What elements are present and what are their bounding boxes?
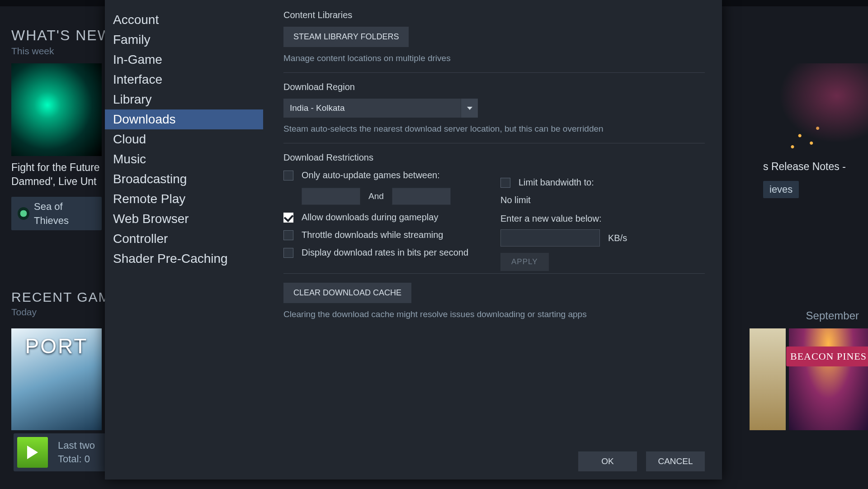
chevron-down-icon bbox=[467, 107, 472, 110]
skull-icon bbox=[18, 207, 29, 220]
bits-label: Display download rates in bits per secon… bbox=[302, 247, 468, 258]
sidebar-item-family[interactable]: Family bbox=[105, 30, 263, 50]
content-libraries-heading: Content Libraries bbox=[283, 10, 705, 20]
sidebar-item-library[interactable]: Library bbox=[105, 90, 263, 109]
recent-games-subheading: Today bbox=[11, 307, 110, 318]
recent-games-heading: RECENT GAM bbox=[11, 290, 110, 305]
shelf-game-beacon-pines[interactable]: BEACON PINES bbox=[789, 328, 868, 430]
apply-bandwidth-button[interactable]: APPLY bbox=[500, 253, 549, 271]
clear-download-cache-button[interactable]: CLEAR DOWNLOAD CACHE bbox=[283, 283, 411, 303]
bits-checkbox[interactable] bbox=[283, 248, 293, 258]
only-auto-update-checkbox[interactable] bbox=[283, 171, 293, 180]
sidebar-item-cloud[interactable]: Cloud bbox=[105, 129, 263, 149]
sidebar-item-in-game[interactable]: In-Game bbox=[105, 50, 263, 70]
news-card-2[interactable] bbox=[763, 63, 868, 156]
bandwidth-column: Limit bandwidth to: No limit Enter a new… bbox=[500, 170, 627, 271]
shelf-month-label: September bbox=[806, 309, 859, 322]
only-auto-update-label: Only auto-update games between: bbox=[302, 170, 440, 180]
beacon-pines-logo: BEACON PINES bbox=[786, 347, 868, 366]
play-icon bbox=[27, 446, 38, 459]
download-region-desc: Steam auto-selects the nearest download … bbox=[283, 124, 705, 134]
play-bar: Last two Total: 0 bbox=[14, 433, 108, 471]
enter-value-label: Enter a new value below: bbox=[500, 214, 627, 224]
allow-downloads-checkbox[interactable] bbox=[283, 213, 293, 223]
settings-dialog: AccountFamilyIn-GameInterfaceLibraryDown… bbox=[105, 0, 722, 480]
sidebar-item-broadcasting[interactable]: Broadcasting bbox=[105, 169, 263, 189]
play-button[interactable] bbox=[17, 437, 48, 468]
whats-new-heading: WHAT'S NEW bbox=[11, 27, 112, 44]
downloads-settings-pane: Content Libraries STEAM LIBRARY FOLDERS … bbox=[283, 10, 705, 319]
clear-download-cache-desc: Clearing the download cache might resolv… bbox=[283, 309, 705, 319]
news-card-1-caption: Fight for the Future Damned', Live Unt S… bbox=[11, 161, 102, 230]
news-card-2-caption: s Release Notes - ieves bbox=[763, 161, 868, 198]
settings-sidebar: AccountFamilyIn-GameInterfaceLibraryDown… bbox=[105, 10, 263, 269]
sidebar-item-account[interactable]: Account bbox=[105, 10, 263, 30]
and-label: And bbox=[368, 191, 384, 201]
download-region-select[interactable]: India - Kolkata bbox=[283, 99, 478, 118]
bits-row: Display download rates in bits per secon… bbox=[283, 247, 705, 258]
shelf-game-1[interactable] bbox=[750, 328, 786, 430]
game-chip-2[interactable]: ieves bbox=[763, 181, 799, 198]
time-end-input[interactable] bbox=[392, 188, 451, 205]
sidebar-item-remote-play[interactable]: Remote Play bbox=[105, 189, 263, 209]
kbs-label: KB/s bbox=[608, 233, 627, 243]
only-auto-update-row: Only auto-update games between: bbox=[283, 170, 705, 180]
news-card-1[interactable] bbox=[11, 63, 102, 156]
throttle-checkbox[interactable] bbox=[283, 230, 293, 240]
divider bbox=[283, 143, 705, 143]
sidebar-item-web-browser[interactable]: Web Browser bbox=[105, 209, 263, 229]
download-region-dropdown-button[interactable] bbox=[461, 99, 478, 118]
sidebar-item-music[interactable]: Music bbox=[105, 149, 263, 169]
download-region-heading: Download Region bbox=[283, 82, 705, 92]
divider bbox=[283, 273, 705, 274]
divider bbox=[283, 72, 705, 73]
recent-game-portal[interactable]: PORT bbox=[11, 328, 102, 430]
play-stats: Last two Total: 0 bbox=[58, 439, 95, 466]
download-restrictions-heading: Download Restrictions bbox=[283, 152, 705, 163]
content-libraries-desc: Manage content locations on multiple dri… bbox=[283, 53, 705, 63]
throttle-row: Throttle downloads while streaming bbox=[283, 230, 705, 240]
no-limit-label: No limit bbox=[500, 195, 627, 205]
dialog-footer: OK CANCEL bbox=[578, 451, 705, 471]
steam-library-folders-button[interactable]: STEAM LIBRARY FOLDERS bbox=[283, 27, 409, 47]
game-chip-sea-of-thieves[interactable]: Sea of Thieves bbox=[11, 197, 102, 230]
portal-label: PORT bbox=[11, 334, 102, 358]
cancel-button[interactable]: CANCEL bbox=[646, 451, 705, 471]
sidebar-item-downloads[interactable]: Downloads bbox=[105, 109, 263, 129]
limit-bandwidth-row: Limit bandwidth to: bbox=[500, 177, 627, 188]
whats-new-subheading: This week bbox=[11, 46, 112, 57]
throttle-label: Throttle downloads while streaming bbox=[302, 230, 443, 240]
download-region-value: India - Kolkata bbox=[283, 99, 461, 118]
sidebar-item-shader-pre-caching[interactable]: Shader Pre-Caching bbox=[105, 249, 263, 269]
ok-button[interactable]: OK bbox=[578, 451, 637, 471]
sidebar-item-interface[interactable]: Interface bbox=[105, 70, 263, 90]
bandwidth-input[interactable] bbox=[500, 229, 600, 247]
sidebar-item-controller[interactable]: Controller bbox=[105, 229, 263, 249]
allow-downloads-row: Allow downloads during gameplay bbox=[283, 212, 705, 223]
allow-downloads-label: Allow downloads during gameplay bbox=[302, 212, 438, 223]
limit-bandwidth-checkbox[interactable] bbox=[500, 178, 510, 188]
time-start-input[interactable] bbox=[302, 188, 360, 205]
limit-bandwidth-label: Limit bandwidth to: bbox=[519, 177, 594, 188]
